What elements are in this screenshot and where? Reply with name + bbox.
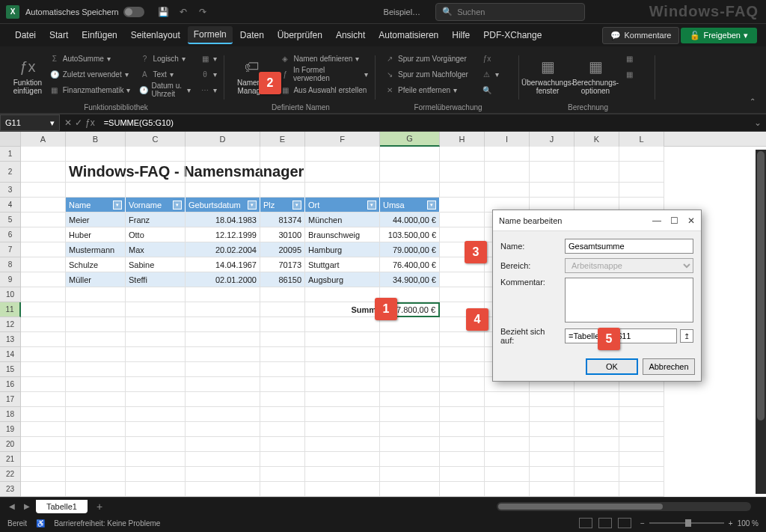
cell-B10[interactable]	[66, 287, 126, 302]
cell-C12[interactable]	[126, 317, 186, 332]
cell-D12[interactable]	[186, 317, 260, 332]
cell-C11[interactable]	[126, 302, 186, 317]
zoom-in-icon[interactable]: +	[729, 519, 733, 528]
collapse-ref-button[interactable]: ↥	[680, 329, 693, 343]
cell-C15[interactable]	[126, 362, 186, 377]
col-header-D[interactable]: D	[186, 132, 260, 147]
logical-button[interactable]: ?Logisch▾	[136, 51, 194, 66]
cell-C8[interactable]: Sabine	[126, 257, 186, 272]
row-header-8[interactable]: 8	[0, 257, 21, 272]
cell-G9[interactable]: 34.900,00 €	[380, 272, 440, 287]
cell-G3[interactable]	[380, 183, 440, 198]
row-header-7[interactable]: 7	[0, 242, 21, 257]
cell-B4[interactable]: Name▾	[66, 198, 126, 213]
cell-C6[interactable]: Otto	[126, 227, 186, 242]
cell-D7[interactable]: 20.02.2004	[186, 242, 260, 257]
cell-E13[interactable]	[260, 332, 305, 347]
cell-C22[interactable]	[126, 467, 186, 482]
cell-D14[interactable]	[186, 347, 260, 362]
comments-button[interactable]: 💬 Kommentare	[602, 27, 679, 44]
cell-C18[interactable]	[126, 407, 186, 422]
menu-hilfe[interactable]: Hilfe	[446, 27, 476, 43]
cell-B12[interactable]	[66, 317, 126, 332]
cell-L22[interactable]	[619, 467, 664, 482]
cell-A17[interactable]	[21, 392, 66, 407]
cell-D11[interactable]	[186, 302, 260, 317]
cell-K22[interactable]	[574, 467, 619, 482]
cell-E2[interactable]	[260, 162, 305, 183]
col-header-E[interactable]: E	[260, 132, 305, 147]
cell-K3[interactable]	[574, 183, 619, 198]
cell-D3[interactable]	[186, 183, 260, 198]
cell-B23[interactable]	[66, 482, 126, 497]
row-header-17[interactable]: 17	[0, 392, 21, 407]
cell-F19[interactable]	[305, 422, 380, 437]
cell-C16[interactable]	[126, 377, 186, 392]
cell-H20[interactable]	[440, 437, 485, 452]
row-header-1[interactable]: 1	[0, 147, 21, 162]
row-header-21[interactable]: 21	[0, 452, 21, 467]
cell-F1[interactable]	[305, 147, 380, 162]
cell-C10[interactable]	[126, 287, 186, 302]
cell-C20[interactable]	[126, 437, 186, 452]
cell-F20[interactable]	[305, 437, 380, 452]
cell-C17[interactable]	[126, 392, 186, 407]
cell-K19[interactable]	[574, 422, 619, 437]
cell-C23[interactable]	[126, 482, 186, 497]
cell-E15[interactable]	[260, 362, 305, 377]
cell-E11[interactable]	[260, 302, 305, 317]
menu-einfuegen[interactable]: Einfügen	[76, 27, 123, 43]
trace-prec-button[interactable]: ↗Spur zum Vorgänger	[382, 51, 471, 66]
cell-F17[interactable]	[305, 392, 380, 407]
cell-E17[interactable]	[260, 392, 305, 407]
maximize-icon[interactable]: ☐	[670, 215, 678, 226]
cell-A2[interactable]	[21, 162, 66, 183]
cell-I21[interactable]	[485, 452, 530, 467]
watch-window-button[interactable]: ▦ Überwachungs-fenster	[525, 51, 570, 100]
cell-C4[interactable]: Vorname▾	[126, 198, 186, 213]
cell-F11[interactable]: Summ	[305, 302, 380, 317]
cell-F5[interactable]: München	[305, 213, 380, 227]
cell-H4[interactable]	[440, 198, 485, 213]
select-all-corner[interactable]	[0, 132, 21, 147]
dialog-titlebar[interactable]: Name bearbeiten ― ☐ ✕	[493, 210, 701, 231]
ribbon-collapse-button[interactable]: ⌃	[747, 94, 759, 108]
more3-button[interactable]: ⋯▾	[197, 82, 220, 97]
cell-I23[interactable]	[485, 482, 530, 497]
cell-E4[interactable]: Plz▾	[260, 198, 305, 213]
evaluate-button[interactable]: 🔍	[479, 82, 502, 97]
cell-F21[interactable]	[305, 452, 380, 467]
cell-E12[interactable]	[260, 317, 305, 332]
cell-A23[interactable]	[21, 482, 66, 497]
cell-F22[interactable]	[305, 467, 380, 482]
cell-B17[interactable]	[66, 392, 126, 407]
cell-L2[interactable]	[619, 162, 664, 183]
cell-D15[interactable]	[186, 362, 260, 377]
cell-B14[interactable]	[66, 347, 126, 362]
cell-C3[interactable]	[126, 183, 186, 198]
cancel-formula-icon[interactable]: ✕	[64, 117, 72, 128]
cell-I18[interactable]	[485, 407, 530, 422]
cell-K23[interactable]	[574, 482, 619, 497]
row-header-15[interactable]: 15	[0, 362, 21, 377]
cell-D16[interactable]	[186, 377, 260, 392]
cell-A19[interactable]	[21, 422, 66, 437]
tab-prev-icon[interactable]: ◀	[6, 502, 18, 510]
cell-F8[interactable]: Stuttgart	[305, 257, 380, 272]
cell-K17[interactable]	[574, 392, 619, 407]
cell-E18[interactable]	[260, 407, 305, 422]
cell-D2[interactable]	[186, 162, 260, 183]
cell-L18[interactable]	[619, 407, 664, 422]
cell-D10[interactable]	[186, 287, 260, 302]
row-header-4[interactable]: 4	[0, 198, 21, 213]
autosave-toggle[interactable]: Automatisches Speichern	[25, 7, 144, 17]
refers-input[interactable]	[565, 328, 677, 343]
cell-L1[interactable]	[619, 147, 664, 162]
cell-J20[interactable]	[530, 437, 574, 452]
calc-options-button[interactable]: ▦ Berechnungs-optionen	[573, 51, 618, 100]
cell-C21[interactable]	[126, 452, 186, 467]
cell-G16[interactable]	[380, 377, 440, 392]
cell-B21[interactable]	[66, 452, 126, 467]
col-header-C[interactable]: C	[126, 132, 186, 147]
cell-L21[interactable]	[619, 452, 664, 467]
